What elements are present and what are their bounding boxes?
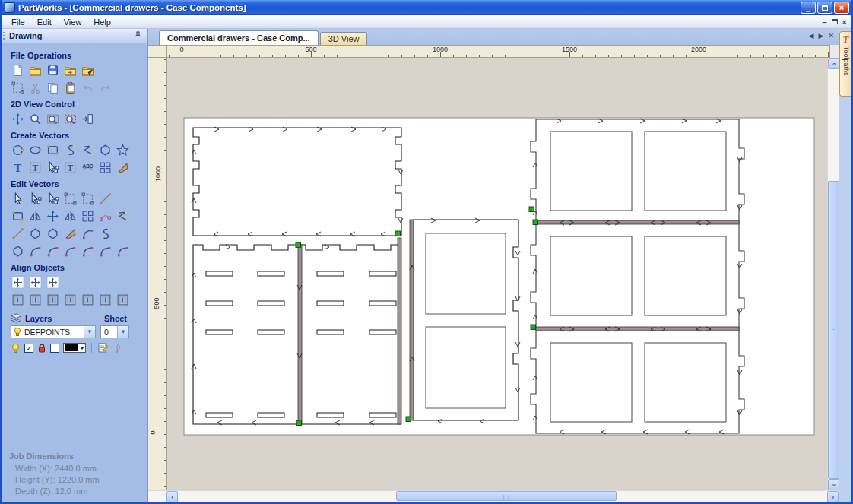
panel-divider-vertical[interactable] <box>298 245 302 424</box>
fillet-corner-icon[interactable] <box>28 244 43 258</box>
fillet-dogbone-icon[interactable] <box>46 244 60 258</box>
dado-slot[interactable] <box>369 330 396 334</box>
zoom-selected-icon[interactable] <box>63 112 78 126</box>
draw-polyline-icon[interactable] <box>81 143 95 157</box>
vector-paint-icon[interactable] <box>116 160 130 175</box>
mdi-restore-button[interactable] <box>832 19 838 24</box>
dado-slot[interactable] <box>258 301 284 306</box>
draw-ellipse-icon[interactable] <box>28 143 43 157</box>
join-curves-icon[interactable] <box>98 209 113 223</box>
job-setup-icon[interactable] <box>11 81 25 95</box>
align-h-center-icon[interactable] <box>98 293 113 307</box>
horizontal-scroll-thumb[interactable]: | | <box>396 491 617 501</box>
toolpath-start-marker[interactable] <box>296 242 301 248</box>
weld-vectors-icon[interactable] <box>28 227 43 241</box>
zoom-box-icon[interactable] <box>46 112 60 126</box>
align-v-center-icon[interactable] <box>116 293 130 307</box>
dado-slot[interactable] <box>206 413 233 417</box>
pin-icon[interactable] <box>133 31 142 40</box>
undo-icon[interactable] <box>81 81 95 95</box>
toolpaths-tab[interactable]: T Toolpaths <box>839 31 851 97</box>
open-vector-icon[interactable] <box>81 244 95 258</box>
dado-slot[interactable] <box>369 413 396 417</box>
create-text-icon[interactable]: T <box>11 160 25 175</box>
group-vectors-icon[interactable] <box>63 192 78 206</box>
export-vectors-icon[interactable] <box>81 63 95 78</box>
menu-view[interactable]: View <box>59 17 87 27</box>
center-x-material-icon[interactable] <box>28 275 43 290</box>
toolpath-start-marker[interactable] <box>529 207 534 212</box>
toolpath-start-marker[interactable] <box>395 231 401 236</box>
dado-slot[interactable] <box>369 301 396 306</box>
dado-slot[interactable] <box>317 330 344 334</box>
sheet-select-chevron-icon[interactable]: ▼ <box>117 326 128 338</box>
drawing-canvas[interactable] <box>167 58 827 490</box>
curve-fit-icon[interactable] <box>98 227 113 241</box>
layer-lock-checkbox[interactable] <box>50 344 59 353</box>
drawer-window[interactable] <box>645 343 726 422</box>
tab-close-icon[interactable]: ✕ <box>828 32 834 40</box>
copy-icon[interactable] <box>46 81 60 95</box>
new-file-icon[interactable] <box>11 63 25 78</box>
menu-file[interactable]: File <box>6 17 30 27</box>
zoom-extents-icon[interactable] <box>81 112 95 126</box>
save-file-icon[interactable] <box>46 63 60 78</box>
drawer-window[interactable] <box>550 236 632 315</box>
dado-slot[interactable] <box>258 271 284 276</box>
draw-circle-icon[interactable] <box>11 143 25 157</box>
text-select-icon[interactable] <box>46 160 60 175</box>
front-opening-1[interactable] <box>426 233 506 314</box>
layer-select-chevron-icon[interactable]: ▼ <box>84 326 95 338</box>
rotate-vectors-icon[interactable] <box>46 209 60 223</box>
import-vectors-icon[interactable] <box>63 63 78 78</box>
align-left-icon[interactable] <box>28 293 43 307</box>
panel-top-left[interactable] <box>193 128 401 236</box>
open-file-icon[interactable] <box>28 63 43 78</box>
transform-vectors-icon[interactable] <box>46 192 60 206</box>
menu-help[interactable]: Help <box>88 17 116 27</box>
sheet-select[interactable]: 0▼ <box>100 325 129 338</box>
nesting-icon[interactable] <box>116 209 130 223</box>
restore-button[interactable] <box>817 2 832 14</box>
drawer-window[interactable] <box>550 343 632 422</box>
text-box-icon[interactable]: T <box>28 160 43 175</box>
scroll-up-icon[interactable]: › <box>828 58 839 69</box>
layer-visibility-icon[interactable] <box>11 343 21 353</box>
drawer-window[interactable] <box>645 132 726 211</box>
align-center-icon[interactable] <box>11 293 25 307</box>
panel-grip[interactable] <box>3 32 5 41</box>
dado-slot[interactable] <box>258 413 284 417</box>
drawer-window[interactable] <box>550 132 632 211</box>
text-on-curve-icon[interactable]: ABC <box>81 160 95 175</box>
mdi-close-button[interactable]: × <box>842 17 847 27</box>
tab-scroll-right-icon[interactable]: ▶ <box>819 32 824 40</box>
draw-curve-icon[interactable] <box>63 143 78 157</box>
dado-slot[interactable] <box>317 413 344 417</box>
zoom-interactive-icon[interactable] <box>28 112 43 126</box>
dado-slot[interactable] <box>206 271 233 276</box>
layer-color-swatch[interactable] <box>63 343 86 353</box>
tab-commercial-drawers[interactable]: Commercial drawers - Case Comp... <box>159 30 319 45</box>
toolpath-start-marker[interactable] <box>406 417 411 422</box>
lightning-icon[interactable] <box>113 342 123 353</box>
offset-vectors-icon[interactable] <box>11 209 25 223</box>
drawer-window[interactable] <box>645 236 726 315</box>
knife-tool-icon[interactable] <box>11 227 25 241</box>
minimize-button[interactable]: _ <box>801 2 816 14</box>
mirror-vectors-icon[interactable] <box>28 209 43 223</box>
fillet-tbone-icon[interactable] <box>63 244 78 258</box>
menu-edit[interactable]: Edit <box>32 17 57 27</box>
toolpath-start-marker[interactable] <box>533 220 538 225</box>
cut-icon[interactable] <box>28 81 43 95</box>
paste-icon[interactable] <box>63 81 78 95</box>
vertical-scrollbar[interactable]: › = › <box>827 58 839 490</box>
dado-slot[interactable] <box>206 330 233 334</box>
redo-icon[interactable] <box>98 81 113 95</box>
draw-star-icon[interactable] <box>116 143 130 157</box>
cap-vector-icon[interactable] <box>98 244 113 258</box>
align-bottom-icon[interactable] <box>81 293 95 307</box>
ungroup-vectors-icon[interactable] <box>81 192 95 206</box>
dado-slot[interactable] <box>369 271 396 276</box>
toolpath-start-marker[interactable] <box>531 325 536 330</box>
text-spacing-icon[interactable]: T <box>63 160 78 175</box>
